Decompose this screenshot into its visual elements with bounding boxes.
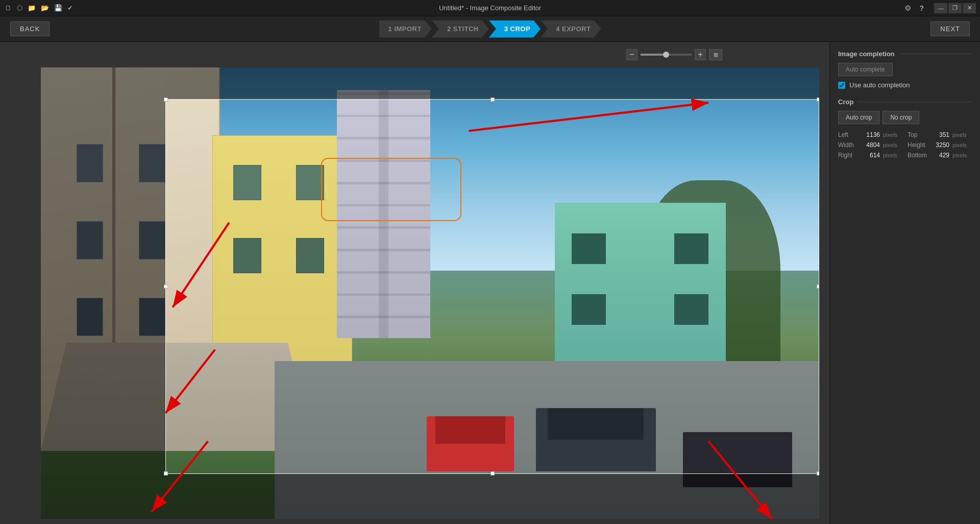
width-unit: pixels xyxy=(883,142,897,148)
height-label: Height xyxy=(908,141,927,149)
next-button[interactable]: NEXT xyxy=(930,21,970,36)
zoom-slider[interactable] xyxy=(641,54,692,56)
left-value-row: Left 1136 pixels xyxy=(838,131,902,138)
use-auto-completion-checkbox[interactable] xyxy=(838,82,845,89)
check-icon[interactable]: ✔ xyxy=(67,4,73,12)
panorama-container xyxy=(41,67,819,519)
step-1-label: 1 IMPORT xyxy=(388,25,422,33)
step-stitch[interactable]: 2 STITCH xyxy=(432,20,489,38)
width-value-row: Width 4804 pixels xyxy=(838,141,902,149)
auto-crop-button[interactable]: Auto crop xyxy=(838,111,879,124)
height-value-row: Height 3250 pixels xyxy=(908,141,972,149)
top-unit: pixels xyxy=(952,132,967,138)
left-value: 1136 xyxy=(861,131,880,138)
crop-handle-top-right[interactable] xyxy=(817,98,819,102)
crop-handle-middle-right[interactable] xyxy=(817,284,819,289)
crop-buttons: Auto crop No crop xyxy=(838,111,972,124)
crop-section: Crop Auto crop No crop Left 1136 pixels … xyxy=(838,98,972,159)
crop-handle-bottom-center[interactable] xyxy=(491,471,495,475)
crop-rectangle[interactable] xyxy=(165,99,819,474)
main-content: − + ⊞ xyxy=(0,42,980,524)
image-completion-section: Image completion Auto complete Use auto … xyxy=(838,50,972,89)
help-icon[interactable]: ? xyxy=(919,4,924,12)
image-completion-title: Image completion xyxy=(838,50,972,58)
canvas-area[interactable]: − + ⊞ xyxy=(0,42,829,524)
window-title: Untitled* - Image Composite Editor xyxy=(439,4,541,12)
crop-handle-top-center[interactable] xyxy=(491,98,495,102)
width-label: Width xyxy=(838,141,857,149)
left-unit: pixels xyxy=(883,132,897,138)
bottom-value: 429 xyxy=(930,152,949,159)
crop-mask-bottom xyxy=(165,474,819,519)
crop-handle-bottom-right[interactable] xyxy=(817,471,819,475)
right-value: 614 xyxy=(861,152,880,159)
top-label: Top xyxy=(908,131,927,138)
step-4-label: 4 EXPORT xyxy=(556,25,591,33)
zoom-out-button[interactable]: − xyxy=(626,49,638,60)
back-button[interactable]: BACK xyxy=(10,21,50,36)
close-button[interactable]: ✕ xyxy=(963,3,976,13)
use-auto-completion-row: Use auto completion xyxy=(838,81,972,89)
height-value: 3250 xyxy=(930,141,949,149)
right-label: Right xyxy=(838,152,857,159)
step-crop[interactable]: 3 CROP xyxy=(489,20,541,38)
top-value-row: Top 351 pixels xyxy=(908,131,972,138)
width-value: 4804 xyxy=(861,141,880,149)
right-panel: Image completion Auto complete Use auto … xyxy=(829,42,980,524)
settings-icon[interactable]: ⚙ xyxy=(904,4,911,13)
open-image-icon[interactable]: 📁 xyxy=(28,4,36,12)
title-bar: 🗋 ⬡ 📁 📂 💾 ✔ Untitled* - Image Composite … xyxy=(0,0,980,16)
crop-section-title: Crop xyxy=(838,98,972,106)
step-import[interactable]: 1 IMPORT xyxy=(379,20,432,38)
no-crop-button[interactable]: No crop xyxy=(883,111,919,124)
auto-complete-button[interactable]: Auto complete xyxy=(838,63,893,76)
top-navigation: BACK 1 IMPORT 2 STITCH 3 CROP 4 EXPORT N… xyxy=(0,16,980,42)
use-auto-completion-label: Use auto completion xyxy=(849,81,910,89)
panorama-image xyxy=(41,67,819,519)
workflow-steps: 1 IMPORT 2 STITCH 3 CROP 4 EXPORT xyxy=(379,20,601,38)
crop-handle-middle-left[interactable] xyxy=(164,284,168,289)
fit-button[interactable]: ⊞ xyxy=(709,49,722,60)
save-icon[interactable]: 💾 xyxy=(54,4,62,12)
new-icon[interactable]: 🗋 xyxy=(5,4,12,12)
highlight-box xyxy=(321,158,461,221)
step-2-label: 2 STITCH xyxy=(447,25,479,33)
restore-button[interactable]: ❐ xyxy=(948,3,962,13)
left-label: Left xyxy=(838,131,857,138)
crop-values-grid: Left 1136 pixels Top 351 pixels Width 48… xyxy=(838,131,972,159)
open-project-icon[interactable]: ⬡ xyxy=(17,4,22,12)
open-folder-icon[interactable]: 📂 xyxy=(41,4,49,12)
bottom-unit: pixels xyxy=(952,152,967,158)
top-value: 351 xyxy=(930,131,949,138)
crop-handle-top-left[interactable] xyxy=(164,98,168,102)
right-unit: pixels xyxy=(883,152,897,158)
bottom-value-row: Bottom 429 pixels xyxy=(908,152,972,159)
crop-handle-bottom-left[interactable] xyxy=(164,471,168,475)
window-controls: — ❐ ✕ xyxy=(934,3,980,13)
minimize-button[interactable]: — xyxy=(934,3,947,13)
crop-mask-left xyxy=(41,67,165,519)
bottom-label: Bottom xyxy=(908,152,927,159)
crop-mask-top xyxy=(165,67,819,99)
step-3-label: 3 CROP xyxy=(504,25,530,33)
zoom-controls: − + ⊞ xyxy=(626,49,722,60)
height-unit: pixels xyxy=(952,142,967,148)
right-value-row: Right 614 pixels xyxy=(838,152,902,159)
step-export[interactable]: 4 EXPORT xyxy=(541,20,601,38)
zoom-in-button[interactable]: + xyxy=(695,49,706,60)
